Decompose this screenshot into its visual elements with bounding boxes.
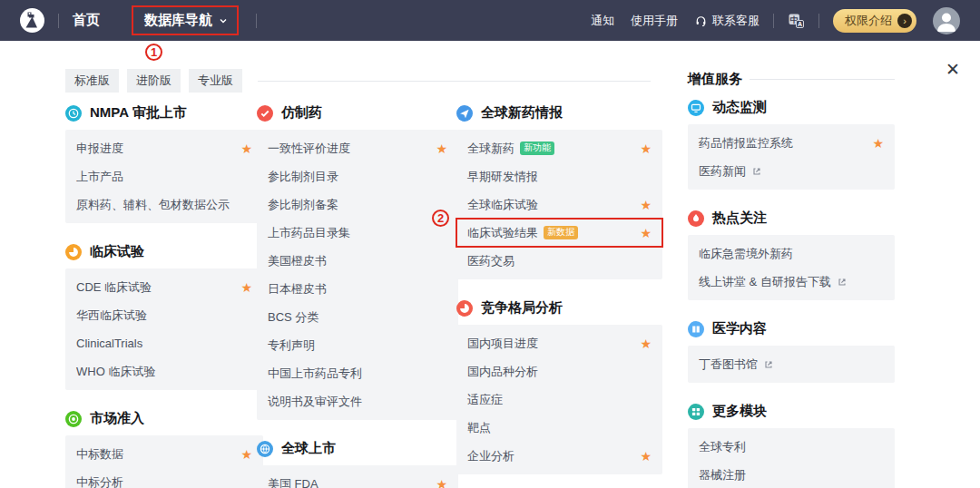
menu-item[interactable]: 临床急需境外新药 bbox=[688, 239, 895, 268]
value-added-divider-line bbox=[750, 79, 895, 80]
monitor-icon bbox=[688, 100, 704, 116]
tab-edition-0[interactable]: 标准版 bbox=[65, 69, 119, 93]
menu-item[interactable]: 药品情报监控系统★ bbox=[688, 129, 895, 157]
section-title: 全球新药情报 bbox=[481, 104, 563, 122]
menu-item[interactable]: CDE 临床试验★ bbox=[65, 273, 263, 301]
menu-item[interactable]: 国内品种分析 bbox=[456, 357, 662, 386]
menu-item[interactable]: 上市产品 bbox=[65, 162, 263, 190]
menu-item[interactable]: 中国上市药品专利 bbox=[257, 359, 458, 387]
pie-icon bbox=[65, 244, 82, 260]
new-badge: 新数据 bbox=[544, 226, 578, 239]
section-header: 全球新药情报 bbox=[456, 104, 662, 122]
menu-item-label: 说明书及审评文件 bbox=[268, 394, 362, 410]
menu-section: 临床试验CDE 临床试验★华西临床试验ClinicalTrialsWHO 临床试… bbox=[65, 243, 263, 390]
tab-edition-1[interactable]: 进阶版 bbox=[127, 69, 181, 93]
menu-item-label: 国内品种分析 bbox=[467, 364, 538, 380]
section-header: 全球上市 bbox=[257, 440, 458, 457]
translate-icon[interactable]: 中 A bbox=[788, 12, 805, 29]
menu-item-label: 医药交易 bbox=[467, 253, 514, 269]
menu-item[interactable]: 原料药、辅料、包材数据公示 bbox=[65, 190, 263, 219]
external-link-icon bbox=[763, 359, 774, 370]
annotation-circle-2: 2 bbox=[432, 210, 449, 227]
section-header: 更多模块 bbox=[688, 403, 895, 420]
permissions-intro-button[interactable]: 权限介绍 › bbox=[833, 9, 916, 33]
menu-group: 药品情报监控系统★医药新闻 bbox=[688, 124, 895, 190]
menu-item[interactable]: ClinicalTrials bbox=[65, 329, 263, 357]
app-logo-icon[interactable] bbox=[20, 8, 44, 33]
nav-contact-support[interactable]: 联系客服 bbox=[694, 13, 760, 29]
menu-item[interactable]: 早期研发情报 bbox=[456, 162, 662, 190]
menu-section: 更多模块全球专利器械注册器械上市 bbox=[688, 403, 895, 488]
menu-item-label: 原料药、辅料、包材数据公示 bbox=[76, 197, 230, 213]
menu-section: 热点关注临床急需境外新药线上讲堂 & 自研报告下载 bbox=[688, 210, 895, 300]
menu-item[interactable]: 线上讲堂 & 自研报告下载 bbox=[688, 268, 895, 296]
value-added-title: 增值服务 bbox=[688, 71, 742, 88]
nav-database-annotated-box[interactable]: 数据库导航 bbox=[132, 5, 239, 35]
header-divider bbox=[773, 14, 774, 28]
menu-item[interactable]: 申报进度★ bbox=[65, 134, 263, 162]
menu-item-label: 丁香图书馆 bbox=[699, 356, 774, 373]
menu-item-label: 日本橙皮书 bbox=[268, 281, 327, 298]
menu-item[interactable]: 全球新药新功能★ bbox=[456, 134, 662, 162]
menu-item[interactable]: 日本橙皮书 bbox=[257, 275, 458, 303]
menu-section: 全球上市美国 FDA★ bbox=[257, 440, 458, 488]
header-divider bbox=[256, 14, 257, 28]
menu-item-label: 参比制剂备案 bbox=[268, 197, 338, 213]
flame-icon bbox=[688, 210, 704, 227]
menu-item[interactable]: 全球专利 bbox=[688, 433, 895, 461]
menu-item[interactable]: 上市药品目录集 bbox=[257, 219, 458, 247]
menu-item[interactable]: 参比制剂目录 bbox=[257, 162, 458, 190]
menu-item-label: 早期研发情报 bbox=[467, 169, 538, 185]
menu-group: 丁香图书馆 bbox=[688, 346, 895, 383]
menu-item[interactable]: WHO 临床试验 bbox=[65, 357, 263, 386]
menu-item[interactable]: 参比制剂备案 bbox=[257, 190, 458, 219]
menu-item[interactable]: 临床试验结果新数据★2 bbox=[456, 219, 662, 247]
menu-item-label: 适应症 bbox=[467, 392, 503, 408]
clock-icon bbox=[65, 105, 82, 122]
menu-item[interactable]: 企业分析★ bbox=[456, 442, 662, 470]
user-avatar[interactable] bbox=[933, 7, 960, 34]
menu-item[interactable]: 专利声明 bbox=[257, 331, 458, 359]
spacer bbox=[113, 14, 114, 28]
menu-item[interactable]: 国内项目进度★ bbox=[456, 329, 662, 357]
menu-item[interactable]: 中标数据★ bbox=[65, 440, 263, 468]
menu-item-label: 靶点 bbox=[467, 420, 491, 436]
value-added-header: 增值服务 bbox=[688, 71, 895, 88]
section-header: 动态监测 bbox=[688, 99, 895, 116]
menu-item[interactable]: 美国橙皮书 bbox=[257, 247, 458, 275]
menu-item[interactable]: BCS 分类 bbox=[257, 303, 458, 331]
new-badge: 新功能 bbox=[520, 142, 554, 155]
send-icon bbox=[456, 105, 473, 122]
target-icon bbox=[65, 411, 82, 427]
section-header: NMPA 审批上市 bbox=[65, 104, 263, 122]
menu-item[interactable]: 一致性评价进度★ bbox=[257, 134, 458, 162]
star-icon: ★ bbox=[872, 137, 884, 150]
menu-section: 市场准入中标数据★中标分析 bbox=[65, 410, 263, 488]
menu-item[interactable]: 说明书及审评文件 bbox=[257, 387, 458, 415]
menu-item[interactable]: 靶点 bbox=[456, 414, 662, 442]
nav-manual[interactable]: 使用手册 bbox=[631, 13, 678, 29]
check-icon bbox=[257, 105, 273, 122]
menu-section: 仿制药一致性评价进度★参比制剂目录参比制剂备案上市药品目录集美国橙皮书日本橙皮书… bbox=[257, 104, 458, 420]
menu-item[interactable]: 医药新闻 bbox=[688, 157, 895, 185]
menu-item[interactable]: 丁香图书馆 bbox=[688, 350, 895, 378]
menu-group: 全球专利器械注册器械上市 bbox=[688, 428, 895, 488]
menu-item[interactable]: 全球临床试验★ bbox=[456, 190, 662, 219]
menu-item[interactable]: 华西临床试验 bbox=[65, 301, 263, 329]
arrow-right-icon: › bbox=[897, 14, 912, 28]
menu-item-label: 国内项目进度 bbox=[467, 336, 538, 352]
nav-notifications[interactable]: 通知 bbox=[591, 13, 614, 29]
menu-item[interactable]: 美国 FDA★ bbox=[257, 470, 458, 488]
nav-home[interactable]: 首页 bbox=[73, 12, 100, 29]
close-icon[interactable]: ✕ bbox=[946, 61, 960, 78]
section-title: 医学内容 bbox=[712, 320, 767, 337]
nav-database[interactable]: 数据库导航 bbox=[144, 12, 212, 29]
menu-column-nmpa: NMPA 审批上市申报进度★上市产品原料药、辅料、包材数据公示临床试验CDE 临… bbox=[65, 104, 263, 488]
menu-item[interactable]: 中标分析 bbox=[65, 468, 263, 488]
menu-item-label: 药品情报监控系统 bbox=[699, 135, 793, 151]
menu-item[interactable]: 器械注册 bbox=[688, 461, 895, 488]
tab-edition-2[interactable]: 专业版 bbox=[189, 69, 242, 93]
star-icon: ★ bbox=[436, 478, 447, 488]
menu-item[interactable]: 适应症 bbox=[456, 386, 662, 414]
menu-item[interactable]: 医药交易 bbox=[456, 247, 662, 275]
